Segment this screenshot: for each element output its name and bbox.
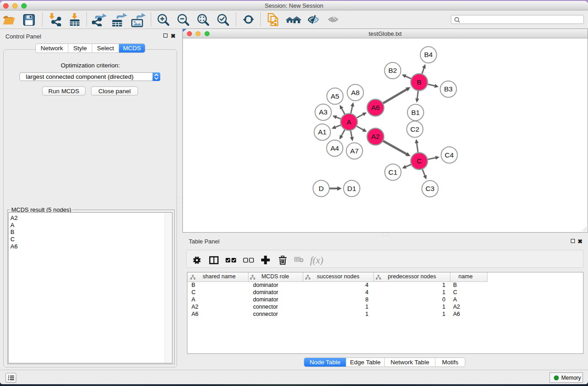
svg-text:C3: C3 xyxy=(425,185,435,192)
svg-text:A6: A6 xyxy=(371,104,380,111)
svg-text:B2: B2 xyxy=(388,67,397,74)
svg-text:C: C xyxy=(416,157,421,165)
svg-text:A8: A8 xyxy=(351,89,360,96)
svg-text:B1: B1 xyxy=(411,109,420,116)
svg-text:C2: C2 xyxy=(411,125,420,133)
svg-text:B3: B3 xyxy=(444,85,453,93)
svg-text:A3: A3 xyxy=(319,108,328,116)
svg-text:B4: B4 xyxy=(424,51,433,58)
svg-text:A5: A5 xyxy=(331,92,339,100)
svg-text:D: D xyxy=(319,185,324,192)
svg-text:C4: C4 xyxy=(445,151,454,159)
svg-text:A7: A7 xyxy=(350,147,359,155)
svg-text:D1: D1 xyxy=(347,185,356,192)
svg-text:B: B xyxy=(417,78,421,86)
svg-text:A2: A2 xyxy=(371,133,380,140)
svg-text:A1: A1 xyxy=(318,128,327,136)
svg-text:C1: C1 xyxy=(388,168,397,176)
svg-text:A: A xyxy=(347,118,352,126)
svg-text:A4: A4 xyxy=(330,144,339,152)
